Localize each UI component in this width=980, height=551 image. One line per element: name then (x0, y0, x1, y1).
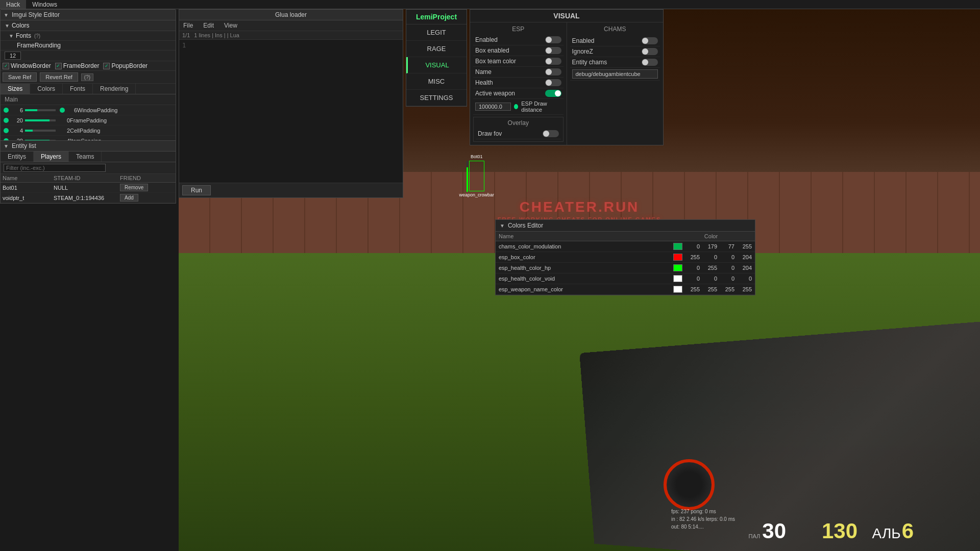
glua-file-menu[interactable]: File (181, 21, 195, 30)
draw-fov-toggle[interactable] (543, 130, 559, 137)
param-val2-1: 0 (58, 117, 70, 123)
color-row-3: esp_health_color_void 0 0 0 0 (496, 273, 755, 284)
style-editor-title: Imgui Style Editor (12, 11, 60, 18)
nav-rage[interactable]: RAGE (406, 41, 467, 57)
esp-box-enabled-toggle[interactable] (545, 47, 561, 54)
esp-name-row: Name (473, 67, 564, 78)
chams-ignorez-row: IgnoreZ (570, 46, 660, 57)
param-val2-2: 2 (58, 128, 70, 134)
nav-settings[interactable]: SETTINGS (406, 90, 467, 106)
hud-health: 30 (762, 519, 786, 543)
tab-sizes[interactable]: Sizes (1, 84, 30, 94)
tab-fonts[interactable]: Fonts (63, 84, 93, 94)
rgba-b-1: 0 (719, 254, 734, 260)
lemi-project-title: LemiProject (406, 10, 467, 24)
esp-name: Bot01 (471, 154, 483, 159)
esp-name-toggle[interactable] (545, 68, 561, 76)
col-header-friend: FRIEND (120, 175, 156, 181)
rgba-g-2: 255 (702, 265, 717, 271)
weapon-view (521, 321, 980, 551)
glua-edit-menu[interactable]: Edit (201, 21, 216, 30)
main-section-label: Main (1, 94, 176, 105)
param-name-0: WindowPadding (77, 107, 173, 113)
glua-toolbar: File Edit View (179, 20, 403, 31)
esp-distance-dot-icon (514, 104, 518, 109)
esp-draw-distance-label: ESP Draw distance (521, 101, 561, 113)
number-input[interactable]: 12 (5, 52, 21, 60)
slider-2[interactable] (25, 130, 56, 132)
hud-alt-area: АЛЬ 6 (872, 519, 914, 543)
checkbox-row: WindowBorder FrameBorder PopupBorder (1, 61, 176, 71)
glua-editor[interactable]: 1 (179, 40, 403, 183)
draw-fov-label: Draw fov (478, 130, 543, 137)
hud-fps: fps: 237 pong: 0 ms in : 82 2.46 k/s ler… (671, 508, 735, 531)
tab-entitys[interactable]: Entitys (1, 152, 34, 162)
tab-players[interactable]: Players (34, 152, 69, 162)
esp-box-team-color-toggle[interactable] (545, 58, 561, 65)
hud-ammo: 130 (822, 519, 857, 543)
color-swatch-1[interactable] (673, 254, 682, 261)
color-swatch-0[interactable] (673, 243, 682, 250)
rgba-b-3: 0 (719, 276, 734, 282)
tab-colors[interactable]: Colors (30, 84, 63, 94)
rgba-vals-2: 0 255 0 204 (684, 265, 752, 271)
entity-name-1: voidptr_t (3, 195, 54, 201)
color-name-1: esp_box_color (499, 254, 673, 260)
color-name-0: chams_color_modulation (499, 243, 673, 249)
color-swatch-2[interactable] (673, 264, 682, 271)
save-ref-button[interactable]: Save Ref (3, 72, 37, 82)
glua-view-menu[interactable]: View (222, 21, 239, 30)
frame-rounding-label: FrameRounding (17, 42, 61, 49)
popup-border-checkbox[interactable] (103, 63, 110, 69)
esp-enabled-toggle[interactable] (545, 36, 561, 43)
menu-hack[interactable]: Hack (0, 0, 26, 9)
glua-line-info: 1 lines | Ins | | Lua (194, 32, 239, 38)
filter-input[interactable] (4, 164, 106, 172)
frame-rounding-item: FrameRounding (1, 41, 176, 51)
rgba-a-1: 204 (737, 254, 752, 260)
fonts-question-btn[interactable]: (?) (34, 33, 40, 39)
chams-ignorez-toggle[interactable] (642, 48, 658, 55)
nav-legit[interactable]: LEGIT (406, 24, 467, 41)
color-row-0: chams_color_modulation 0 179 77 255 (496, 241, 755, 252)
chams-input-row (570, 68, 660, 81)
color-swatch-4[interactable] (673, 286, 682, 293)
esp-health-toggle[interactable] (545, 79, 561, 86)
esp-enabled-label: Enabled (475, 36, 545, 43)
rgba-a-0: 255 (737, 243, 752, 249)
slider-1[interactable] (25, 119, 56, 121)
frame-border-check[interactable]: FrameBorder (55, 62, 100, 69)
alt-num: 6 (902, 519, 914, 543)
colors-editor-title: Colors Editor (508, 222, 543, 229)
run-button[interactable]: Run (182, 185, 211, 195)
color-row-4: esp_weapon_name_color 255 255 255 255 (496, 284, 755, 295)
entity-action-col-1: Add (120, 194, 156, 202)
chams-entity-toggle[interactable] (642, 59, 658, 66)
fonts-section-header[interactable]: ▼ Fonts (?) (1, 31, 176, 41)
add-button-1[interactable]: Add (120, 194, 138, 202)
tab-teams[interactable]: Teams (69, 152, 102, 162)
slider-0[interactable] (25, 109, 56, 111)
number-row: 12 (1, 51, 176, 61)
popup-border-check[interactable]: PopupBorder (103, 62, 148, 69)
esp-box-team-color-label: Box team color (475, 58, 545, 65)
colors-arrow-icon: ▼ (5, 23, 10, 29)
nav-visual[interactable]: VISUAL (406, 57, 467, 73)
window-border-check[interactable]: WindowBorder (3, 62, 51, 69)
window-border-checkbox[interactable] (3, 63, 9, 69)
chams-section: CHAMS Enabled IgnoreZ Entity chams (567, 22, 664, 145)
nav-misc[interactable]: MISC (406, 73, 467, 90)
chams-texture-input[interactable] (572, 69, 658, 79)
colors-section-header[interactable]: ▼ Colors (1, 20, 176, 31)
remove-button-0[interactable]: Remove (120, 184, 148, 191)
frame-border-checkbox[interactable] (55, 63, 62, 69)
tab-rendering[interactable]: Rendering (93, 84, 136, 94)
chams-enabled-toggle[interactable] (642, 37, 658, 44)
color-swatch-3[interactable] (673, 275, 682, 282)
rgba-r-4: 255 (684, 286, 700, 292)
ref-question-badge[interactable]: (?) (81, 73, 93, 81)
esp-active-weapon-toggle[interactable] (545, 90, 561, 97)
esp-distance-value[interactable]: 100000.0 (475, 103, 511, 111)
menu-windows[interactable]: Windows (26, 0, 63, 9)
revert-ref-button[interactable]: Revert Ref (40, 72, 78, 82)
